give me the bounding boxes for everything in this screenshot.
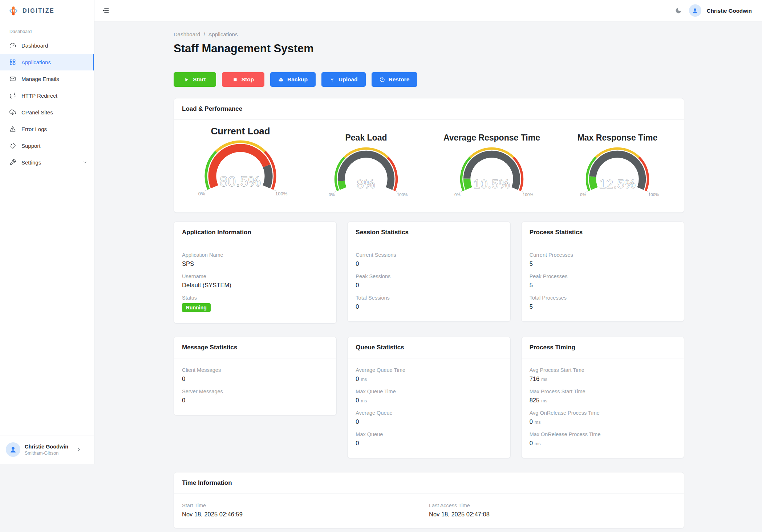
sidebar-item-error-logs[interactable]: Error Logs [0, 121, 94, 137]
stat-pair: Client Messages0 [182, 367, 328, 382]
stat-value: Default (SYSTEM) [182, 282, 328, 289]
breadcrumb-item-dashboard[interactable]: Dashboard [174, 31, 200, 37]
stat-label: Status [182, 295, 328, 301]
stat-label: Max Queue Time [356, 389, 502, 394]
chevron-down-icon [82, 160, 88, 165]
sidebar-item-label: Manage Emails [21, 76, 59, 82]
gauge-max-response-time: Max Response Time0%100%12.5% [555, 133, 680, 202]
sidebar-item-settings[interactable]: Settings [0, 154, 94, 171]
gauge-average-response-time: Average Response Time0%100%10.5% [429, 133, 555, 202]
upload-button[interactable]: Upload [321, 72, 366, 87]
gauge-min-label: 0% [580, 192, 586, 197]
card-process-timing: Process TimingAvg Process Start Time716m… [521, 337, 684, 458]
stat-label: Server Messages [182, 389, 328, 394]
warning-triangle-icon [9, 126, 16, 132]
stat-label: Current Sessions [356, 252, 502, 258]
stat-value: 0 [182, 375, 328, 382]
backup-button[interactable]: Backup [270, 72, 316, 87]
gauge-value: 10.5% [473, 177, 510, 191]
sidebar-user-card[interactable]: Christie Goodwin Smitham-Gibson [0, 435, 94, 464]
stat-value: 0 [356, 282, 502, 289]
sidebar-item-cpanel-sites[interactable]: CPanel Sites [0, 104, 94, 121]
sidebar: DIGITIZE Dashboard DashboardApplications… [0, 0, 94, 464]
button-label: Upload [339, 76, 358, 83]
stat-value-number: 0 [356, 260, 359, 267]
sidebar-item-label: Error Logs [21, 126, 47, 132]
cloud-download-icon [9, 109, 16, 115]
stat-label: Peak Sessions [356, 273, 502, 279]
sidebar-item-label: CPanel Sites [21, 109, 53, 115]
sidebar-collapse-button[interactable] [101, 5, 111, 16]
stat-pair: Peak Sessions0 [356, 273, 502, 289]
stat-value-unit: ms [361, 377, 367, 382]
grid-icon [9, 59, 16, 65]
gauge-chart: 0%100%10.5% [447, 146, 536, 202]
stat-pair: UsernameDefault (SYSTEM) [182, 273, 328, 289]
button-label: Stop [242, 76, 254, 83]
play-icon [184, 77, 189, 82]
gauge-max-label: 100% [397, 192, 408, 197]
stat-pair: Total Sessions0 [356, 295, 502, 310]
card-body: Application NameSPSUsernameDefault (SYST… [174, 243, 336, 323]
speedometer-icon [9, 42, 16, 49]
time-information-body: Start TimeNov 18, 2025 02:46:59Last Acce… [174, 494, 684, 528]
tag-icon [9, 142, 16, 149]
stat-value-number: 5 [530, 303, 533, 310]
stat-value-number: 825 [530, 397, 540, 403]
gauge-value: 8% [357, 177, 375, 191]
stat-value-number: 0 [530, 440, 533, 446]
sidebar-item-label: HTTP Redirect [21, 93, 57, 99]
stat-value: 0ms [356, 375, 502, 382]
load-performance-card: Load & Performance Current Load0%100%80.… [174, 98, 684, 213]
stat-value-number: Default (SYSTEM) [182, 282, 231, 288]
mail-icon [9, 76, 16, 82]
stat-value-number: 0 [182, 397, 185, 403]
upload-icon [329, 77, 335, 82]
stop-button[interactable]: Stop [222, 72, 264, 87]
sidebar-nav: DashboardApplicationsManage EmailsHTTP R… [0, 37, 94, 171]
page-title: Staff Management System [174, 42, 684, 56]
dark-mode-toggle[interactable] [673, 5, 684, 16]
card-process-statistics: Process StatisticsCurrent Processes5Peak… [521, 222, 684, 322]
stat-label: Max OnRelease Process Time [530, 431, 676, 437]
brand-logo[interactable]: DIGITIZE [0, 0, 94, 22]
stat-value-number: SPS [182, 260, 194, 267]
stat-label: Avg Process Start Time [530, 367, 676, 373]
person-icon [9, 446, 17, 454]
action-buttons: StartStopBackupUploadRestore [174, 72, 684, 87]
stat-value-number: 0 [530, 418, 533, 425]
stat-value: Nov 18, 2025 02:47:08 [429, 511, 676, 518]
topbar: Christie Goodwin [94, 0, 762, 21]
sidebar-item-dashboard[interactable]: Dashboard [0, 37, 94, 54]
sidebar-item-support[interactable]: Support [0, 137, 94, 154]
stat-value-unit: ms [535, 420, 541, 425]
history-icon [380, 77, 385, 82]
card-title: Message Statistics [174, 337, 336, 358]
sidebar-item-manage-emails[interactable]: Manage Emails [0, 70, 94, 87]
stop-icon [232, 77, 238, 82]
stat-value: 5 [530, 282, 676, 289]
repeat-icon [9, 92, 16, 99]
stat-label: Peak Processes [530, 273, 676, 279]
stat-pair: Application NameSPS [182, 252, 328, 267]
restore-button[interactable]: Restore [372, 72, 418, 87]
sidebar-section-label: Dashboard [0, 22, 94, 37]
stat-label: Username [182, 273, 328, 279]
stat-value: 0ms [530, 440, 676, 447]
stat-value-number: 0 [182, 375, 185, 382]
card-session-statistics: Session StatisticsCurrent Sessions0Peak … [347, 222, 510, 322]
topbar-avatar[interactable] [689, 4, 701, 17]
sidebar-item-http-redirect[interactable]: HTTP Redirect [0, 87, 94, 104]
time-stat-last-access-time: Last Access TimeNov 18, 2025 02:47:08 [429, 503, 676, 518]
stat-value-number: 5 [530, 282, 533, 288]
person-icon [692, 7, 698, 14]
stat-value-unit: ms [541, 398, 547, 403]
stat-value: SPS [182, 260, 328, 267]
topbar-user-name[interactable]: Christie Goodwin [707, 8, 752, 14]
stat-label: Current Processes [530, 252, 676, 258]
card-title: Time Information [174, 472, 684, 494]
start-button[interactable]: Start [174, 72, 216, 87]
sidebar-item-applications[interactable]: Applications [0, 54, 94, 70]
stat-pair: Peak Processes5 [530, 273, 676, 289]
card-body: Average Queue Time0msMax Queue Time0msAv… [348, 358, 510, 458]
